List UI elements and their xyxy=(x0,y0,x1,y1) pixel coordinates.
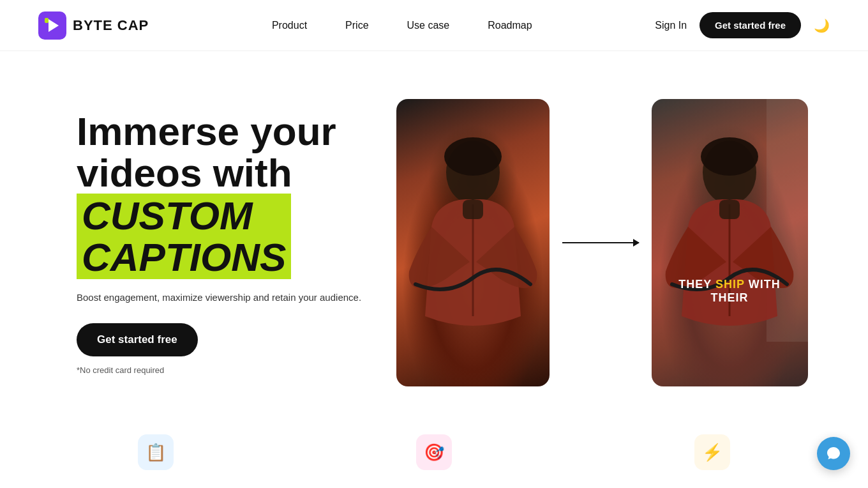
target-icon: 🎯 xyxy=(424,443,444,462)
transition-arrow xyxy=(562,242,639,243)
hero-title: Immerse your videos with CUSTOMCAPTIONS xyxy=(77,111,361,279)
video-before-placeholder xyxy=(396,99,550,386)
feature-icon-3: ⚡ xyxy=(694,434,730,470)
no-credit-card-text: *No credit card required xyxy=(77,365,361,375)
hero-content: Immerse your videos with CUSTOMCAPTIONS … xyxy=(77,111,361,375)
feature-icon-2: 🎯 xyxy=(416,434,452,470)
svg-rect-2 xyxy=(45,18,49,23)
nav-product[interactable]: Product xyxy=(272,20,307,31)
feature-icon-1-circle: 📋 xyxy=(138,434,174,470)
chat-icon xyxy=(825,445,842,462)
video-after: THEY SHIP WITH THEIR xyxy=(652,99,808,386)
logo-icon xyxy=(38,11,66,40)
nav-roadmap[interactable]: Roadmap xyxy=(488,20,532,31)
nav-get-started-button[interactable]: Get started free xyxy=(700,12,801,38)
captions-icon: 📋 xyxy=(146,443,166,462)
logo[interactable]: BYTE CAP xyxy=(38,11,149,40)
lightning-icon: ⚡ xyxy=(702,443,722,462)
nav-right: Sign In Get started free 🌙 xyxy=(655,12,830,38)
hero-title-highlight: CUSTOMCAPTIONS xyxy=(77,194,291,279)
svg-point-10 xyxy=(701,137,758,176)
hero-cta-button[interactable]: Get started free xyxy=(77,323,198,356)
person-before-svg xyxy=(396,99,550,386)
video-comparison: THEY SHIP WITH THEIR xyxy=(387,99,817,386)
brand-name: BYTE CAP xyxy=(73,17,149,34)
hero-title-line2: videos with xyxy=(77,151,292,195)
moon-icon: 🌙 xyxy=(814,18,830,33)
video-after-placeholder: THEY SHIP WITH THEIR xyxy=(652,99,808,386)
person-after-svg xyxy=(652,99,808,386)
svg-point-4 xyxy=(444,137,502,176)
feature-icon-2-circle: 🎯 xyxy=(416,434,452,470)
feature-icon-3-circle: ⚡ xyxy=(694,434,730,470)
nav-use-case[interactable]: Use case xyxy=(407,20,450,31)
caption-highlight: SHIP xyxy=(715,278,745,291)
arrow-connector xyxy=(550,242,652,243)
hero-title-line1: Immerse your xyxy=(77,109,336,153)
svg-rect-6 xyxy=(463,200,483,219)
feature-icon-1: 📋 xyxy=(138,434,174,470)
navbar: BYTE CAP Product Price Use case Roadmap … xyxy=(0,0,868,51)
dark-mode-toggle[interactable]: 🌙 xyxy=(814,18,830,33)
caption-text: THEY SHIP WITH THEIR xyxy=(659,278,800,305)
sign-in-button[interactable]: Sign In xyxy=(655,20,687,31)
chat-bubble-button[interactable] xyxy=(817,437,850,470)
hero-section: Immerse your videos with CUSTOMCAPTIONS … xyxy=(0,51,868,422)
svg-rect-12 xyxy=(719,200,740,219)
nav-links: Product Price Use case Roadmap xyxy=(272,20,532,31)
caption-overlay: THEY SHIP WITH THEIR xyxy=(652,273,808,310)
hero-subtitle: Boost engagement, maximize viewership an… xyxy=(77,291,361,305)
bottom-icons-row: 📋 🎯 ⚡ xyxy=(0,422,868,470)
video-before xyxy=(396,99,550,386)
nav-price[interactable]: Price xyxy=(345,20,368,31)
